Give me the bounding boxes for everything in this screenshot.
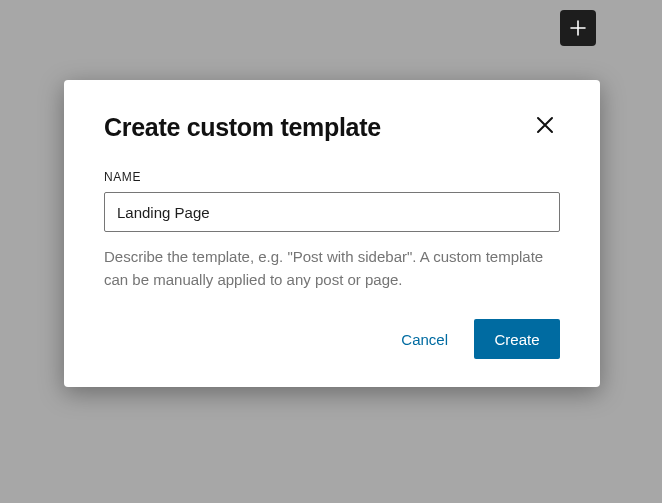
name-field-label: NAME (104, 170, 560, 184)
name-help-text: Describe the template, e.g. "Post with s… (104, 246, 560, 291)
plus-icon (568, 18, 588, 38)
name-input[interactable] (104, 192, 560, 232)
close-icon (534, 114, 556, 140)
add-button[interactable] (560, 10, 596, 46)
create-button[interactable]: Create (474, 319, 560, 359)
modal-title: Create custom template (104, 113, 381, 142)
modal-footer: Cancel Create (104, 319, 560, 359)
create-template-modal: Create custom template NAME Describe the… (64, 80, 600, 387)
cancel-button[interactable]: Cancel (385, 319, 464, 359)
modal-header: Create custom template (104, 112, 560, 142)
close-button[interactable] (530, 112, 560, 142)
